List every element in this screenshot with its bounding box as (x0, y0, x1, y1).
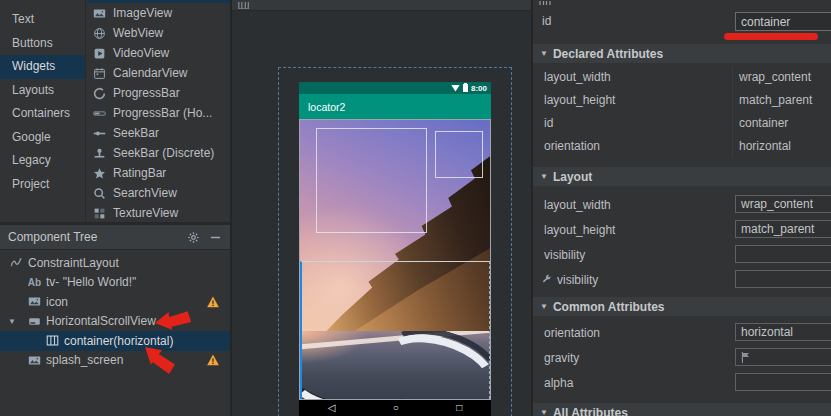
attribute-value[interactable]: container (739, 112, 788, 135)
palette-category[interactable]: Text (0, 8, 85, 32)
palette-category-label: Containers (12, 106, 70, 120)
component-tree-item-label: HorizontalScrollView (46, 314, 156, 328)
recents-icon[interactable]: □ (456, 403, 462, 413)
palette-widget-item[interactable]: RatingBar (87, 163, 230, 183)
component-tree-item[interactable]: splash_screen (0, 351, 230, 371)
textview-icon: Ab (27, 275, 42, 289)
section-header-common-attributes[interactable]: ▼ Common Attributes (533, 297, 831, 316)
palette-category[interactable]: Legacy (0, 149, 85, 173)
attribute-name: layout_height (544, 89, 615, 112)
component-tree-item[interactable]: container(horizontal) (0, 331, 230, 351)
attribute-name: alpha (544, 376, 573, 390)
palette-category[interactable]: Containers (0, 102, 85, 126)
warning-icon[interactable] (206, 354, 220, 367)
attribute-name: gravity (544, 351, 579, 365)
calendarview-icon (92, 66, 107, 80)
palette-widget-item[interactable]: TextureView (87, 203, 230, 222)
attribute-row: layout_width wrap_content (533, 66, 831, 89)
imageview-icon (92, 6, 107, 20)
attribute-row: layout_width wrap_content (533, 192, 831, 217)
attribute-value-field[interactable] (735, 348, 831, 366)
device-nav-bar: ◁ ○ □ (299, 400, 491, 416)
attribute-row: alpha (533, 370, 831, 395)
design-canvas[interactable]: 8:00 locator2 (230, 0, 531, 416)
palette-widget-item[interactable]: ProgressBar (87, 83, 230, 103)
palette-category[interactable]: Layouts (0, 79, 85, 103)
attribute-name: orientation (544, 135, 600, 158)
palette-widget-label: ProgressBar (Ho... (113, 106, 212, 120)
attribute-value-field[interactable] (735, 245, 831, 263)
palette-category[interactable]: Buttons (0, 32, 85, 56)
component-tree-item[interactable]: Ab tv- "Hello World!" (0, 273, 230, 293)
palette-widget-item[interactable]: SeekBar (87, 123, 230, 143)
palette-panel: TextButtonsWidgetsLayoutsContainersGoogl… (0, 0, 230, 222)
device-grid-icon[interactable] (238, 0, 250, 9)
component-tree-item-label: container(horizontal) (64, 334, 173, 348)
collapse-arrow-icon: ▼ (540, 408, 548, 416)
attribute-value[interactable]: horizontal (739, 135, 791, 158)
component-tree-item[interactable]: icon (0, 292, 230, 312)
component-tree-item[interactable]: ▼ HorizontalScrollView (0, 312, 230, 332)
attribute-row: orientation horizontal (533, 135, 831, 158)
id-input[interactable] (735, 12, 831, 31)
attribute-value-field[interactable]: match_parent (735, 220, 831, 238)
palette-category-label: Widgets (12, 59, 55, 73)
view-bounds-rect-2[interactable] (435, 131, 483, 178)
warning-icon[interactable] (206, 295, 220, 308)
palette-category[interactable]: Widgets (0, 55, 85, 79)
layout-attributes-rows: layout_width wrap_content layout_height … (533, 192, 831, 292)
constraintlayout-icon (9, 256, 24, 270)
palette-widget-item[interactable]: CalendarView (87, 63, 230, 83)
attribute-value[interactable]: wrap_content (739, 66, 811, 89)
component-tree-item[interactable]: ConstraintLayout (0, 253, 230, 273)
home-icon[interactable]: ○ (393, 403, 399, 413)
attribute-value-field[interactable]: horizontal (735, 323, 831, 341)
palette-widget-label: SeekBar (Discrete) (113, 146, 214, 160)
palette-widget-item[interactable]: SearchView (87, 183, 230, 203)
palette-widget-item[interactable]: WebView (87, 23, 230, 43)
palette-widget-item[interactable]: VideoView (87, 43, 230, 63)
container-selection-bounds[interactable] (300, 261, 490, 399)
section-header-layout[interactable]: ▼ Layout (533, 167, 831, 186)
splash-screen-image[interactable] (299, 119, 491, 400)
seekbar-discrete-icon (92, 146, 107, 160)
view-bounds-rect-1[interactable] (316, 128, 427, 233)
section-header-all-attributes[interactable]: ▼ All Attributes (533, 403, 831, 416)
section-header-declared-attributes[interactable]: ▼ Declared Attributes (533, 44, 831, 63)
attribute-value-field[interactable]: wrap_content (735, 195, 831, 213)
attribute-row: layout_height match_parent (533, 89, 831, 112)
imageview-icon (27, 353, 42, 367)
horizontalscrollview-icon (27, 314, 42, 328)
battery-icon (463, 84, 468, 92)
palette-category-label: Buttons (12, 36, 53, 50)
attribute-row: layout_height match_parent (533, 217, 831, 242)
collapse-arrow-icon: ▼ (540, 49, 548, 58)
attribute-value-field[interactable] (735, 373, 831, 391)
expander-arrow-icon[interactable]: ▼ (8, 317, 18, 326)
palette-widget-item[interactable]: SeekBar (Discrete) (87, 143, 230, 163)
palette-widget-item[interactable]: ImageView (87, 3, 230, 23)
device-preview[interactable]: 8:00 locator2 (299, 82, 491, 416)
attribute-value-field[interactable] (735, 270, 831, 288)
palette-category-label: Legacy (12, 153, 51, 167)
videoview-icon (92, 46, 107, 60)
palette-widget-list: ImageView WebView VideoView CalendarView (87, 0, 230, 222)
palette-widget-item[interactable]: ProgressBar (Ho... (87, 103, 230, 123)
component-tree-item-label: icon (46, 295, 68, 309)
palette-category-label: Google (12, 130, 51, 144)
linearlayout-horizontal-icon (45, 334, 60, 348)
palette-category[interactable]: Google (0, 126, 85, 150)
id-label: id (542, 14, 551, 28)
gear-icon[interactable] (186, 230, 200, 244)
minimize-icon[interactable] (208, 230, 222, 244)
attribute-row: orientation horizontal (533, 320, 831, 345)
progressbar-icon (92, 86, 107, 100)
searchview-icon (92, 186, 107, 200)
attribute-name: layout_width (544, 198, 611, 212)
device-app-bar: locator2 (299, 94, 491, 119)
palette-category[interactable]: Project (0, 173, 85, 197)
attribute-value[interactable]: match_parent (739, 89, 812, 112)
palette-widget-label: ImageView (113, 6, 172, 20)
back-icon[interactable]: ◁ (328, 403, 336, 413)
palette-widget-label: CalendarView (113, 66, 188, 80)
